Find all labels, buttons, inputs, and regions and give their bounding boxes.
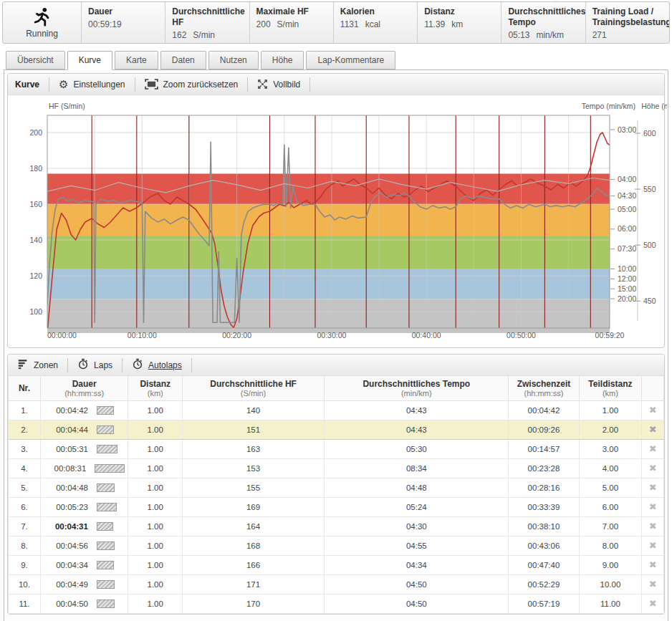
delete-lap-icon[interactable]: ✖ xyxy=(649,540,657,551)
sport-cell: Running xyxy=(3,2,82,43)
delete-lap-icon[interactable]: ✖ xyxy=(649,501,657,512)
delete-lap-icon[interactable]: ✖ xyxy=(649,598,657,609)
lap-duration: 00:04:50 xyxy=(44,600,125,608)
lap-nr: 1. xyxy=(9,400,41,420)
svg-text:100: 100 xyxy=(29,307,42,316)
tab-daten[interactable]: Daten xyxy=(160,51,206,69)
curve-chart[interactable]: HF (S/min)Tempo (min/km)Höhe (m)20018016… xyxy=(8,99,667,346)
laps-panel: ZonenLapsAutolaps Nr.Dauer(hh:mm:ss)Dist… xyxy=(7,354,665,615)
stat-label: Dauer xyxy=(88,6,158,17)
lap-row-1[interactable]: 1.00:04:421.0014004:4300:04:421.00✖ xyxy=(9,400,664,420)
lap-row-11[interactable]: 11.00:04:501.0017004:5000:57:1911.00✖ xyxy=(9,594,664,613)
lap-duration: 00:04:42 xyxy=(44,406,125,415)
lap-split-distance: 7.00 xyxy=(579,516,642,536)
svg-text:180: 180 xyxy=(29,164,42,173)
duration-bar xyxy=(97,561,114,569)
stat-value: 162S/min xyxy=(172,30,242,40)
delete-lap-icon[interactable]: ✖ xyxy=(649,559,657,570)
lap-split-time: 00:33:39 xyxy=(509,497,579,516)
stat-value: 200S/min xyxy=(256,19,327,29)
sport-name: Running xyxy=(26,29,58,39)
lap-nr: 6. xyxy=(9,497,41,516)
stopwatch-icon xyxy=(77,358,89,372)
lap-split-time: 00:14:57 xyxy=(509,439,579,458)
lap-distance: 1.00 xyxy=(128,536,183,555)
lap-split-distance: 11.00 xyxy=(579,594,642,613)
lap-distance: 1.00 xyxy=(128,574,183,594)
zoom-reset-button[interactable]: Zoom zurücksetzen xyxy=(135,74,248,95)
lap-nr: 2. xyxy=(9,420,41,439)
settings-button[interactable]: ⚙ Einstellungen xyxy=(49,74,135,95)
lap-split-time: 00:43:06 xyxy=(509,536,579,555)
delete-lap-icon[interactable]: ✖ xyxy=(649,463,657,473)
stat-value: 271 xyxy=(592,30,663,40)
tab-kurve[interactable]: Kurve xyxy=(67,51,112,70)
lap-distance: 1.00 xyxy=(128,458,183,478)
autolaps-button[interactable]: Autolaps xyxy=(123,355,191,375)
gear-icon: ⚙ xyxy=(59,79,68,90)
column-header: Dauer(hh:mm:ss) xyxy=(40,376,128,400)
stopwatch-icon xyxy=(132,358,143,372)
svg-text:200: 200 xyxy=(29,128,42,137)
lap-avg-hr: 140 xyxy=(183,400,325,420)
toolbar-divider xyxy=(309,77,310,92)
lap-avg-hr: 166 xyxy=(183,555,325,574)
lap-split-time: 00:28:16 xyxy=(509,478,579,497)
lap-split-time: 00:52:29 xyxy=(509,574,579,594)
stat-value: 11.39km xyxy=(424,19,494,29)
lap-row-3[interactable]: 3.00:05:311.0016305:3000:14:573.00✖ xyxy=(9,439,664,458)
lap-row-7[interactable]: 7.00:04:311.0016404:3000:38:107.00✖ xyxy=(9,516,664,536)
svg-text:Tempo (min/km): Tempo (min/km) xyxy=(582,102,635,110)
delete-lap-icon[interactable]: ✖ xyxy=(649,579,657,589)
laps-button[interactable]: Laps xyxy=(68,355,122,375)
tab--bersicht[interactable]: Übersicht xyxy=(6,51,65,69)
column-header xyxy=(642,376,664,400)
lap-avg-pace: 04:55 xyxy=(325,536,509,555)
delete-lap-icon[interactable]: ✖ xyxy=(649,482,657,493)
tab-h-he[interactable]: Höhe xyxy=(261,51,304,69)
laps-toolbar: ZonenLapsAutolaps xyxy=(8,355,664,376)
fullscreen-button[interactable]: Vollbild xyxy=(248,74,309,95)
svg-text:Höhe (m): Höhe (m) xyxy=(641,102,667,110)
lap-split-time: 00:09:26 xyxy=(509,420,579,439)
lap-duration: 00:05:31 xyxy=(44,445,125,453)
delete-lap-icon[interactable]: ✖ xyxy=(649,521,657,531)
lap-row-2[interactable]: 2.00:04:441.0015104:4300:09:262.00✖ xyxy=(9,420,664,439)
svg-text:20:00: 20:00 xyxy=(618,294,636,303)
summary-stat-3: Maximale HF200S/min xyxy=(250,2,334,43)
svg-text:120: 120 xyxy=(29,271,42,280)
lap-row-6[interactable]: 6.00:05:231.0016905:2400:33:396.00✖ xyxy=(9,497,664,516)
lap-duration: 00:04:31 xyxy=(44,522,125,531)
lap-row-10[interactable]: 10.00:04:491.0017104:5000:52:2910.00✖ xyxy=(9,574,664,594)
svg-text:00:59:20: 00:59:20 xyxy=(595,331,625,340)
lap-row-5[interactable]: 5.00:04:481.0015504:4800:28:165.00✖ xyxy=(9,478,664,497)
delete-lap-icon[interactable]: ✖ xyxy=(649,405,657,415)
lap-row-4[interactable]: 4.00:08:311.0015308:3400:23:284.00✖ xyxy=(9,458,664,478)
lap-avg-pace: 04:48 xyxy=(325,478,509,497)
delete-lap-icon[interactable]: ✖ xyxy=(649,443,657,454)
tab-nutzen[interactable]: Nutzen xyxy=(208,51,259,69)
curve-chart-area[interactable]: HF (S/min)Tempo (min/km)Höhe (m)20018016… xyxy=(8,95,664,347)
summary-stat-1: Dauer00:59:19 xyxy=(82,2,165,43)
svg-text:06:00: 06:00 xyxy=(618,224,636,233)
zonen-button[interactable]: Zonen xyxy=(8,355,67,375)
lap-row-9[interactable]: 9.00:04:341.0016604:3400:47:409.00✖ xyxy=(9,555,664,574)
lap-split-distance: 5.00 xyxy=(579,478,642,497)
lap-distance: 1.00 xyxy=(128,594,183,613)
lap-split-distance: 2.00 xyxy=(579,420,642,439)
lap-nr: 7. xyxy=(9,516,41,536)
svg-text:15:00: 15:00 xyxy=(618,284,636,293)
svg-text:07:30: 07:30 xyxy=(618,244,636,253)
svg-text:450: 450 xyxy=(643,297,656,305)
svg-text:600: 600 xyxy=(643,129,656,138)
column-header: Durchschnittliche HF(S/min) xyxy=(183,376,325,400)
lap-duration: 00:04:56 xyxy=(44,541,125,550)
svg-text:03:00: 03:00 xyxy=(618,125,636,134)
column-header: Distanz(km) xyxy=(128,376,183,400)
lap-row-8[interactable]: 8.00:04:561.0016804:5500:43:068.00✖ xyxy=(9,536,664,555)
tab-lap-kommentare[interactable]: Lap-Kommentare xyxy=(306,51,395,69)
delete-lap-icon[interactable]: ✖ xyxy=(649,424,657,435)
svg-text:HF (S/min): HF (S/min) xyxy=(49,102,85,110)
lap-distance: 1.00 xyxy=(128,420,183,439)
tab-karte[interactable]: Karte xyxy=(115,51,158,69)
